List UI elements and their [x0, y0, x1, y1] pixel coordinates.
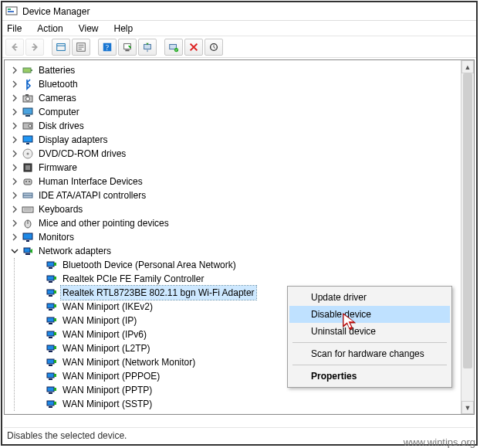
svg-rect-76 — [47, 401, 54, 406]
adapter-icon — [46, 287, 58, 299]
menu-file[interactable]: File — [4, 22, 29, 36]
svg-rect-2 — [8, 11, 14, 12]
scroll-down-icon[interactable]: ▼ — [461, 401, 474, 414]
tree-category[interactable]: DVD/CD-ROM drives — [6, 147, 474, 161]
dvd-icon — [22, 148, 34, 160]
chevron-right-icon[interactable] — [9, 120, 20, 131]
tree-device[interactable]: Bluetooth Device (Personal Area Network) — [30, 258, 474, 272]
properties-icon[interactable] — [72, 39, 90, 56]
svg-text:?: ? — [106, 42, 109, 51]
tree-device-label: WAN Miniport (L2TP) — [61, 341, 152, 355]
tree-category[interactable]: IDE ATA/ATAPI controllers — [6, 188, 474, 202]
chevron-right-icon[interactable] — [9, 176, 20, 187]
context-menu-item[interactable]: Properties — [289, 368, 450, 385]
svg-rect-22 — [23, 108, 32, 114]
svg-rect-50 — [49, 281, 52, 283]
adapter-icon — [46, 342, 58, 355]
tree-category[interactable]: Cameras — [6, 91, 474, 105]
svg-rect-23 — [25, 115, 30, 117]
chevron-right-icon[interactable] — [9, 218, 20, 229]
svg-rect-61 — [47, 331, 54, 336]
chevron-right-icon[interactable] — [9, 79, 20, 90]
tree-device-label: WAN Miniport (PPTP) — [61, 383, 154, 397]
svg-rect-55 — [47, 304, 54, 308]
svg-rect-1 — [8, 8, 11, 10]
scroll-track[interactable] — [461, 73, 474, 401]
show-hidden-icon[interactable] — [52, 39, 70, 56]
disable-device-icon[interactable] — [184, 39, 203, 56]
chevron-right-icon[interactable] — [9, 65, 20, 76]
svg-rect-58 — [47, 317, 54, 322]
chevron-right-icon[interactable] — [9, 190, 20, 201]
adapter-icon — [46, 384, 58, 396]
svg-point-34 — [29, 181, 30, 182]
chevron-right-icon[interactable] — [9, 204, 20, 215]
chevron-right-icon[interactable] — [9, 134, 20, 145]
tree-category[interactable]: Firmware — [6, 161, 474, 175]
forward-icon[interactable] — [25, 39, 44, 56]
menu-action[interactable]: Action — [29, 22, 70, 36]
vertical-scrollbar[interactable]: ▲ ▼ — [461, 60, 474, 414]
svg-rect-47 — [49, 267, 52, 269]
tree-category[interactable]: Keyboards — [6, 202, 474, 216]
menu-view[interactable]: View — [71, 22, 106, 36]
svg-rect-74 — [49, 392, 52, 394]
svg-rect-3 — [57, 43, 66, 50]
scroll-thumb[interactable] — [463, 73, 472, 368]
window-title: Device Manager — [22, 6, 90, 17]
tree-category-label: Display adapters — [37, 133, 109, 147]
tree-category[interactable]: Display adapters — [6, 133, 474, 147]
svg-rect-75 — [54, 388, 56, 391]
adapter-icon — [46, 300, 58, 313]
tree-category-label: Disk drives — [37, 119, 86, 133]
context-menu-item[interactable]: Uninstall device — [289, 323, 450, 340]
chevron-down-icon[interactable] — [9, 246, 20, 256]
svg-rect-53 — [49, 295, 52, 297]
chevron-right-icon[interactable] — [9, 107, 20, 117]
chevron-right-icon[interactable] — [9, 93, 20, 104]
app-icon — [5, 5, 18, 18]
context-menu[interactable]: Update driverDisable deviceUninstall dev… — [287, 286, 452, 388]
svg-rect-71 — [49, 378, 52, 380]
tree-category[interactable]: Bluetooth — [6, 77, 474, 91]
tree-category-label: Keyboards — [37, 202, 84, 216]
tree-device-label: Realtek PCIe FE Family Controller — [61, 272, 205, 286]
chevron-right-icon[interactable] — [9, 232, 20, 243]
tree-device[interactable]: Realtek PCIe FE Family Controller — [30, 272, 474, 286]
tree-device-label: Bluetooth Device (Personal Area Network) — [61, 258, 238, 272]
tree-device[interactable]: WAN Miniport (SSTP) — [30, 397, 474, 411]
tree-category-label: Human Interface Devices — [37, 175, 144, 188]
scroll-up-icon[interactable]: ▲ — [461, 60, 474, 73]
enable-device-icon[interactable] — [164, 39, 183, 56]
back-icon[interactable] — [5, 39, 24, 56]
context-menu-item[interactable]: Scan for hardware changes — [289, 345, 450, 362]
battery-icon — [22, 64, 34, 76]
menu-help[interactable]: Help — [106, 22, 141, 36]
display-icon — [22, 134, 34, 146]
scan-hardware-icon[interactable] — [118, 39, 137, 56]
tree-category[interactable]: Human Interface Devices — [6, 175, 474, 188]
tree-device-label: WAN Miniport (IP) — [61, 314, 138, 328]
svg-rect-52 — [47, 290, 54, 294]
tree-category-label: Monitors — [37, 230, 76, 244]
tree-category[interactable]: Network adapters — [6, 244, 474, 258]
help-icon[interactable]: ? — [98, 39, 117, 56]
tree-category[interactable]: Batteries — [6, 63, 474, 77]
svg-rect-13 — [144, 44, 151, 49]
context-menu-item[interactable]: Disable device — [289, 306, 450, 323]
tree-category[interactable]: Monitors — [6, 230, 474, 244]
tree-category[interactable]: Disk drives — [6, 119, 474, 133]
svg-rect-18 — [31, 70, 32, 71]
context-menu-item[interactable]: Update driver — [289, 289, 450, 306]
tree-category[interactable]: Computer — [6, 105, 474, 119]
svg-rect-57 — [54, 304, 56, 307]
computer-icon — [22, 106, 34, 118]
chevron-right-icon[interactable] — [9, 148, 20, 159]
update-driver-icon[interactable] — [138, 39, 157, 56]
uninstall-device-icon[interactable] — [205, 39, 223, 56]
mouse-icon — [22, 217, 34, 229]
tree-category-label: Bluetooth — [37, 77, 79, 91]
tree-category-label: Mice and other pointing devices — [37, 216, 171, 230]
tree-category[interactable]: Mice and other pointing devices — [6, 216, 474, 230]
chevron-right-icon[interactable] — [9, 162, 20, 173]
